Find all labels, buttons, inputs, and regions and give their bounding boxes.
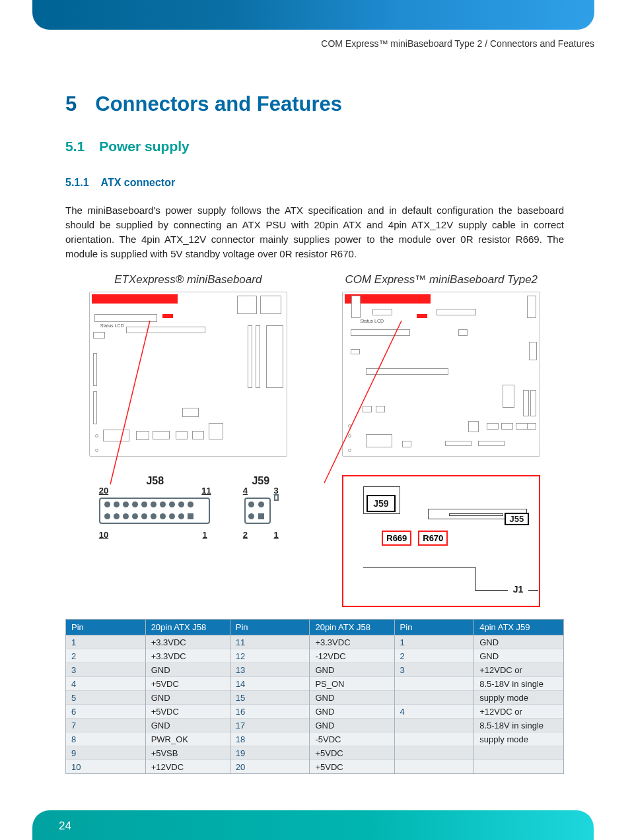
table-cell <box>474 746 564 760</box>
heading-2: 5.1 Power supply <box>65 139 564 154</box>
table-cell: +3.3VDC <box>145 635 230 649</box>
board-comexpress-diagram: Status LCD <box>342 292 540 457</box>
table-cell: 20 <box>230 760 310 774</box>
page-content: 5 Connectors and Features 5.1 Power supp… <box>65 92 564 774</box>
table-cell: PWR_OK <box>145 732 230 746</box>
table-cell: GND <box>474 649 564 663</box>
table-cell: GND <box>145 663 230 677</box>
table-cell: 6 <box>66 705 146 719</box>
table-cell: 4 <box>394 705 474 719</box>
heading-1-number: 5 <box>65 92 77 116</box>
table-cell <box>394 732 474 746</box>
table-row: 8PWR_OK18-5VDCsupply mode <box>66 732 564 746</box>
table-row: 7GND17GND8.5-18V in single <box>66 719 564 732</box>
table-cell: -12VDC <box>310 649 394 663</box>
table-cell: 11 <box>230 635 310 649</box>
table-cell: GND <box>145 691 230 705</box>
table-cell: +5VSB <box>145 746 230 760</box>
table-cell: 4 <box>66 677 146 691</box>
j59-label: J59 <box>244 475 277 487</box>
th-pin-a: Pin <box>66 620 146 635</box>
bottom-footer-bar <box>32 810 594 840</box>
j58-connector-diagram: J58 20 11 10 1 <box>99 475 211 537</box>
table-cell: 3 <box>66 663 146 677</box>
j58-pin-20: 20 <box>99 486 108 496</box>
table-cell: GND <box>145 719 230 732</box>
heading-3-number: 5.1.1 <box>65 177 89 189</box>
table-cell: 5 <box>66 691 146 705</box>
table-cell: 15 <box>230 691 310 705</box>
table-cell: 8 <box>66 732 146 746</box>
figure-left-column: ETXexpress® miniBaseboard Status LCD <box>65 273 311 607</box>
table-cell: +5VDC <box>310 746 394 760</box>
paragraph-atx-intro: The miniBaseboard's power supply follows… <box>65 203 564 261</box>
table-cell: +5VDC <box>310 760 394 774</box>
heading-1: 5 Connectors and Features <box>65 92 564 116</box>
table-cell: 14 <box>230 677 310 691</box>
table-header-row: Pin 20pin ATX J58 Pin 20pin ATX J58 Pin … <box>66 620 564 635</box>
table-row: 2+3.3VDC12-12VDC2GND <box>66 649 564 663</box>
table-cell <box>394 719 474 732</box>
board-etxexpress-diagram: Status LCD <box>89 292 287 457</box>
table-cell: +3.3VDC <box>310 635 394 649</box>
th-j59: 4pin ATX J59 <box>474 620 564 635</box>
power-detail-panel: J59 J55 R669 R670 J1 <box>342 475 540 607</box>
j58-pin-1: 1 <box>203 530 207 540</box>
page-number: 24 <box>59 820 71 833</box>
table-cell: 10 <box>66 760 146 774</box>
table-row: 6+5VDC16GND4+12VDC or <box>66 705 564 719</box>
table-row: 4+5VDC14PS_ON8.5-18V in single <box>66 677 564 691</box>
j58-pin-11: 11 <box>201 486 211 496</box>
j59-pin-4: 4 <box>243 486 248 496</box>
table-row: 1+3.3VDC11+3.3VDC1GND <box>66 635 564 649</box>
table-cell: 12 <box>230 649 310 663</box>
table-cell: GND <box>310 691 394 705</box>
table-cell <box>394 691 474 705</box>
j58-label: J58 <box>99 475 211 487</box>
j58-pin-10: 10 <box>99 530 108 540</box>
pin-assignment-table: Pin 20pin ATX J58 Pin 20pin ATX J58 Pin … <box>65 619 564 774</box>
table-cell: 9 <box>66 746 146 760</box>
table-cell: GND <box>474 635 564 649</box>
heading-2-number: 5.1 <box>65 139 85 154</box>
j59-connector-diagram: J59 4 3 2 1 <box>244 475 277 537</box>
table-cell <box>394 746 474 760</box>
table-cell: -5VDC <box>310 732 394 746</box>
detail-label-j55: J55 <box>505 513 530 525</box>
table-cell: +12VDC or <box>474 663 564 677</box>
detail-label-r669: R669 <box>382 531 411 546</box>
table-cell: 16 <box>230 705 310 719</box>
breadcrumb: COM Express™ miniBaseboard Type 2 / Conn… <box>32 38 594 49</box>
table-row: 10+12VDC20+5VDC <box>66 760 564 774</box>
th-j58-a: 20pin ATX J58 <box>145 620 230 635</box>
table-cell: 13 <box>230 663 310 677</box>
table-cell: 1 <box>394 635 474 649</box>
table-cell: 7 <box>66 719 146 732</box>
heading-1-text: Connectors and Features <box>95 92 342 116</box>
table-cell: +12VDC <box>145 760 230 774</box>
figure-right-column: COM Express™ miniBaseboard Type2 Status … <box>319 273 565 607</box>
top-header-bar <box>32 0 594 30</box>
table-cell: 8.5-18V in single <box>474 719 564 732</box>
table-cell: GND <box>310 719 394 732</box>
table-row: 3GND13GND3+12VDC or <box>66 663 564 677</box>
figure-right-title: COM Express™ miniBaseboard Type2 <box>345 273 538 286</box>
table-cell: +12VDC or <box>474 705 564 719</box>
table-row: 5GND15GNDsupply mode <box>66 691 564 705</box>
th-pin-c: Pin <box>394 620 474 635</box>
heading-2-text: Power supply <box>99 139 190 154</box>
table-cell: 1 <box>66 635 146 649</box>
table-cell <box>474 760 564 774</box>
j59-pin-1: 1 <box>274 530 279 540</box>
table-row: 9+5VSB19+5VDC <box>66 746 564 760</box>
table-cell: +5VDC <box>145 677 230 691</box>
figure-left-title: ETXexpress® miniBaseboard <box>114 273 262 286</box>
th-pin-b: Pin <box>230 620 310 635</box>
heading-3-text: ATX connector <box>101 177 176 189</box>
detail-label-r670: R670 <box>418 531 448 546</box>
heading-3: 5.1.1 ATX connector <box>65 177 564 189</box>
table-cell: supply mode <box>474 691 564 705</box>
table-cell: 2 <box>394 649 474 663</box>
table-cell: 18 <box>230 732 310 746</box>
table-cell: 8.5-18V in single <box>474 677 564 691</box>
